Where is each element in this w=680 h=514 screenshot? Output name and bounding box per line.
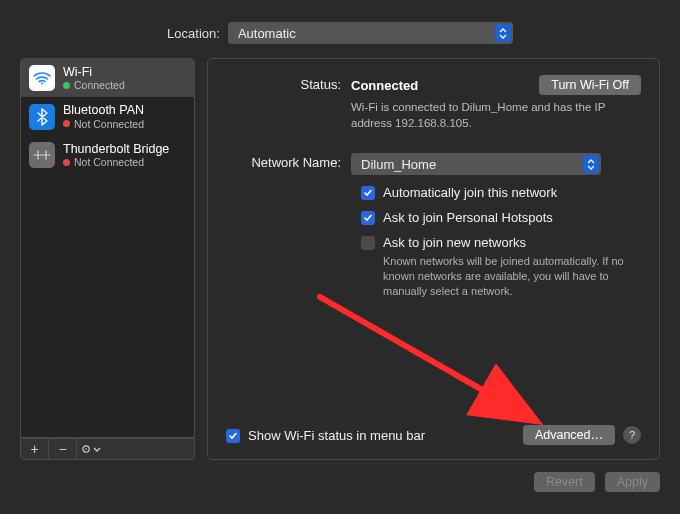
- ask-hotspot-checkbox[interactable]: [361, 211, 375, 225]
- ask-hotspot-label: Ask to join Personal Hotspots: [383, 210, 553, 225]
- interface-actions-button[interactable]: [77, 439, 105, 459]
- interface-status: Not Connected: [63, 118, 144, 130]
- svg-point-0: [41, 83, 43, 85]
- revert-button[interactable]: Revert: [534, 472, 595, 492]
- interface-list: Wi-Fi Connected Bluetooth PAN: [20, 58, 195, 438]
- interface-sidebar: Wi-Fi Connected Bluetooth PAN: [20, 58, 195, 460]
- location-value: Automatic: [238, 26, 296, 41]
- status-label: Status:: [226, 75, 351, 92]
- location-label: Location:: [167, 26, 220, 41]
- svg-point-1: [37, 154, 39, 156]
- interface-name: Bluetooth PAN: [63, 103, 144, 117]
- ask-new-checkbox[interactable]: [361, 236, 375, 250]
- ask-new-sub: Known networks will be joined automatica…: [383, 254, 633, 299]
- ask-new-label: Ask to join new networks: [383, 235, 633, 250]
- network-name-dropdown[interactable]: Dilum_Home: [351, 153, 601, 175]
- remove-interface-button[interactable]: −: [49, 439, 77, 459]
- show-status-row[interactable]: Show Wi-Fi status in menu bar: [226, 428, 425, 443]
- interface-status: Not Connected: [63, 156, 169, 168]
- network-name-label: Network Name:: [226, 153, 351, 170]
- updown-icon: [583, 155, 599, 173]
- thunderbolt-icon: [29, 142, 55, 168]
- interface-name: Wi-Fi: [63, 65, 125, 79]
- apply-button[interactable]: Apply: [605, 472, 660, 492]
- interface-item-thunderbolt[interactable]: Thunderbolt Bridge Not Connected: [21, 136, 194, 174]
- interface-name: Thunderbolt Bridge: [63, 142, 169, 156]
- status-value: Connected: [351, 78, 418, 93]
- bluetooth-icon: [29, 104, 55, 130]
- status-dot-icon: [63, 120, 70, 127]
- ask-new-row[interactable]: Ask to join new networks Known networks …: [226, 235, 641, 299]
- status-dot-icon: [63, 82, 70, 89]
- auto-join-label: Automatically join this network: [383, 185, 557, 200]
- location-dropdown[interactable]: Automatic: [228, 22, 513, 44]
- updown-icon: [495, 24, 511, 42]
- auto-join-row[interactable]: Automatically join this network: [226, 185, 641, 200]
- interface-item-bluetooth[interactable]: Bluetooth PAN Not Connected: [21, 97, 194, 135]
- add-interface-button[interactable]: +: [21, 439, 49, 459]
- svg-point-2: [45, 154, 47, 156]
- advanced-button[interactable]: Advanced…: [523, 425, 615, 445]
- svg-point-4: [85, 448, 87, 450]
- ask-hotspot-row[interactable]: Ask to join Personal Hotspots: [226, 210, 641, 225]
- status-sub: Wi-Fi is connected to Dilum_Home and has…: [351, 100, 641, 131]
- wifi-icon: [29, 65, 55, 91]
- wifi-toggle-button[interactable]: Turn Wi-Fi Off: [539, 75, 641, 95]
- status-dot-icon: [63, 159, 70, 166]
- help-button[interactable]: ?: [623, 426, 641, 444]
- auto-join-checkbox[interactable]: [361, 186, 375, 200]
- network-name-value: Dilum_Home: [361, 157, 436, 172]
- interface-status: Connected: [63, 79, 125, 91]
- show-status-label: Show Wi-Fi status in menu bar: [248, 428, 425, 443]
- interface-item-wifi[interactable]: Wi-Fi Connected: [21, 59, 194, 97]
- sidebar-toolbar: + −: [20, 438, 195, 460]
- show-status-checkbox[interactable]: [226, 429, 240, 443]
- detail-panel: Status: Connected Turn Wi-Fi Off Wi-Fi i…: [207, 58, 660, 460]
